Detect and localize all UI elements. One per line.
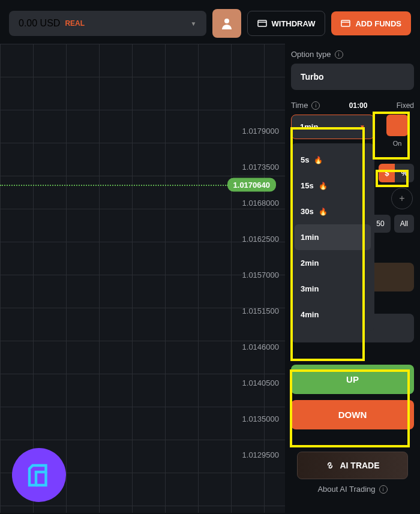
balance-amount: 0.00 USD (19, 18, 60, 29)
price-tick: 1.0140500 (242, 378, 279, 387)
price-tick: 1.0173500 (242, 163, 279, 172)
user-button[interactable] (212, 9, 241, 38)
fire-icon: 🔥 (314, 156, 323, 164)
time-option-4min[interactable]: 4min (295, 302, 371, 327)
time-option-2min[interactable]: 2min (295, 250, 371, 276)
price-tick: 1.0151500 (242, 306, 279, 315)
time-option-5s[interactable]: 5s🔥 (295, 147, 371, 173)
wallet-icon (341, 19, 350, 28)
trade-panel: Option type i Turbo Time i 01:00 Fixed 1… (285, 44, 420, 513)
logo-badge (12, 448, 66, 502)
svg-rect-1 (258, 20, 266, 26)
time-label: Time i (291, 101, 320, 110)
price-tick: 1.0129500 (242, 450, 279, 459)
down-button[interactable]: DOWN (291, 400, 414, 429)
amount-all-button[interactable]: All (394, 215, 414, 233)
time-option-1min[interactable]: 1min (295, 224, 371, 250)
balance-selector[interactable]: 0.00 USD REAL ▼ (9, 11, 206, 36)
balance-type: REAL (65, 19, 85, 28)
plus-icon: + (399, 193, 404, 204)
svg-rect-2 (341, 20, 350, 26)
link-icon (325, 461, 335, 470)
user-icon (221, 17, 233, 29)
plus-button[interactable]: + (391, 188, 413, 209)
price-tick: 1.0135000 (242, 414, 279, 423)
addfunds-label: ADD FUNDS (355, 19, 401, 28)
time-dropdown: 5s🔥 15s🔥 30s🔥 1min 2min 3min 4min (291, 143, 374, 331)
fixed-state: On (380, 140, 414, 147)
price-tick: 1.0146000 (242, 342, 279, 351)
ai-trade-button[interactable]: AI TRADE (297, 452, 408, 479)
current-price-badge: 1.0170640 (227, 178, 276, 192)
time-option-30s[interactable]: 30s🔥 (295, 199, 371, 224)
withdraw-icon (257, 19, 267, 28)
about-ai-link[interactable]: About AI Trading i (285, 485, 420, 494)
withdraw-button[interactable]: WITHDRAW (247, 11, 326, 36)
time-option-3min[interactable]: 3min (295, 276, 371, 302)
time-option-15s[interactable]: 15s🔥 (295, 173, 371, 199)
price-tick: 1.0162500 (242, 235, 279, 244)
info-icon[interactable]: i (311, 101, 320, 110)
chevron-down-icon: ▼ (191, 20, 197, 27)
info-icon[interactable]: i (335, 50, 343, 59)
money-mode-percent[interactable]: % (395, 164, 414, 182)
up-button[interactable]: UP (291, 365, 414, 394)
price-tick: 1.0179000 (242, 127, 279, 136)
fire-icon: 🔥 (319, 182, 328, 190)
option-type-select[interactable]: Turbo (291, 64, 414, 90)
price-tick: 1.0168000 (242, 199, 279, 208)
fixed-label: Fixed (397, 101, 414, 110)
add-funds-button[interactable]: ADD FUNDS (331, 11, 411, 35)
fire-icon: 🔥 (319, 208, 328, 216)
svg-point-0 (224, 19, 229, 23)
fixed-toggle[interactable] (386, 115, 408, 136)
withdraw-label: WITHDRAW (272, 19, 316, 28)
time-select[interactable]: 1min ▼ (291, 115, 374, 139)
price-chart[interactable]: 1.0179000 1.0173500 1.0170640 1.0168000 … (0, 44, 285, 513)
info-icon: i (379, 485, 388, 494)
chevron-down-icon: ▼ (359, 124, 365, 130)
money-mode-toggle: $ % (379, 164, 414, 182)
money-mode-dollar[interactable]: $ (379, 164, 395, 182)
option-type-label: Option type i (291, 50, 414, 59)
current-price-line (0, 185, 228, 186)
price-tick: 1.0157000 (242, 270, 279, 279)
time-value: 01:00 (349, 101, 368, 110)
logo-icon (23, 459, 56, 492)
